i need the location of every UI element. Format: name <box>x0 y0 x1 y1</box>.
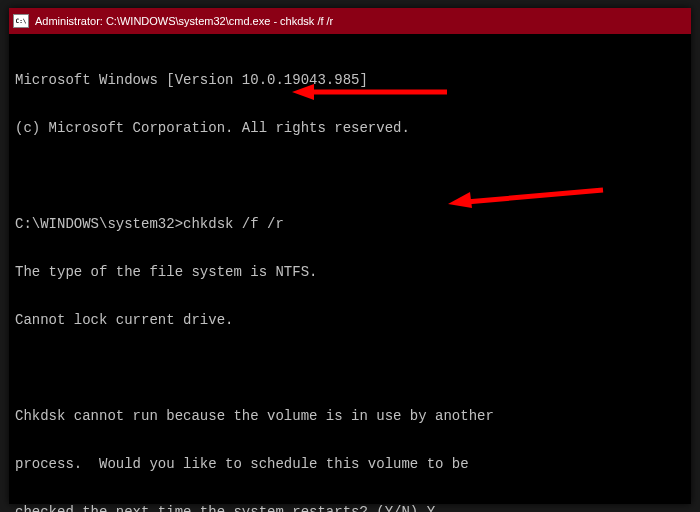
user-response[interactable]: Y <box>427 504 435 512</box>
prompt-line: C:\WINDOWS\system32>chkdsk /f /r <box>15 216 685 232</box>
output-line: Chkdsk cannot run because the volume is … <box>15 408 685 424</box>
command-input[interactable]: chkdsk /f /r <box>183 216 284 232</box>
output-blank <box>15 360 685 376</box>
output-blank <box>15 168 685 184</box>
output-line: The type of the file system is NTFS. <box>15 264 685 280</box>
window-title: Administrator: C:\WINDOWS\system32\cmd.e… <box>35 15 333 27</box>
output-line: checked the next time the system restart… <box>15 504 685 512</box>
output-line: process. Would you like to schedule this… <box>15 456 685 472</box>
prompt-question: checked the next time the system restart… <box>15 504 427 512</box>
output-line: Cannot lock current drive. <box>15 312 685 328</box>
cmd-icon: C:\ <box>13 14 29 28</box>
prompt: C:\WINDOWS\system32> <box>15 216 183 232</box>
output-line: Microsoft Windows [Version 10.0.19043.98… <box>15 72 685 88</box>
titlebar[interactable]: C:\ Administrator: C:\WINDOWS\system32\c… <box>9 8 691 34</box>
terminal-output[interactable]: Microsoft Windows [Version 10.0.19043.98… <box>9 34 691 512</box>
output-line: (c) Microsoft Corporation. All rights re… <box>15 120 685 136</box>
cmd-window: C:\ Administrator: C:\WINDOWS\system32\c… <box>9 8 691 504</box>
